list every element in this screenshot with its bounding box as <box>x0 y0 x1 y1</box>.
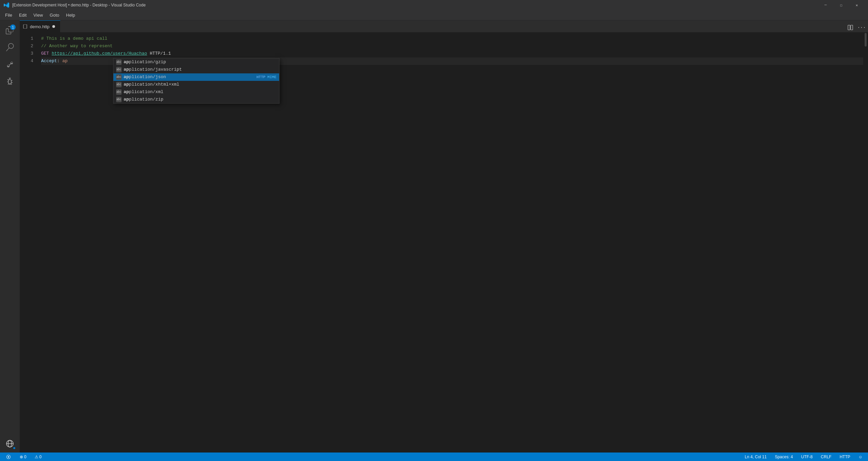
token-comment-2: // Another way to represent <box>41 42 113 50</box>
explorer-badge: 1 <box>10 24 16 30</box>
scrollbar-thumb[interactable] <box>865 33 867 47</box>
menu-view[interactable]: View <box>30 10 46 20</box>
ac-text-zip: application/zip <box>124 96 163 103</box>
menu-help[interactable]: Help <box>63 10 79 20</box>
ac-item-xml[interactable]: abc application/xml <box>113 88 279 96</box>
error-icon: ⊗ <box>20 455 23 459</box>
tab-actions: ··· <box>846 23 868 32</box>
svg-rect-5 <box>851 25 853 30</box>
activity-bar: 1 <box>0 20 20 453</box>
token-header-val: ap <box>62 57 68 65</box>
menu-file[interactable]: File <box>2 10 16 20</box>
editor-content: 1 2 3 4 # This is a demo api call // Ano… <box>20 32 868 453</box>
token-header-key: Accept <box>41 57 57 65</box>
remote-badge <box>13 446 16 450</box>
warning-icon: ⚠ <box>35 455 38 459</box>
ac-icon-javascript: abc <box>116 67 122 72</box>
more-actions-button[interactable]: ··· <box>857 23 866 32</box>
split-editor-button[interactable] <box>846 23 855 32</box>
ac-item-xhtml[interactable]: abc application/xhtml+xml <box>113 81 279 88</box>
code-area[interactable]: # This is a demo api call // Another way… <box>38 32 863 453</box>
ac-item-json[interactable]: abc application/json HTTP MIME <box>113 73 279 81</box>
status-feedback[interactable]: ☺ <box>856 454 865 460</box>
svg-point-6 <box>8 456 9 458</box>
line-number-2: 2 <box>20 42 33 50</box>
file-icon <box>23 24 27 29</box>
titlebar: [Extension Development Host] • demo.http… <box>0 0 868 10</box>
code-line-1: # This is a demo api call <box>41 35 863 42</box>
close-button[interactable]: ✕ <box>849 0 865 10</box>
editor-area: demo.http ··· 1 2 3 4 <box>20 20 868 453</box>
ac-item-zip[interactable]: abc application/zip <box>113 96 279 103</box>
status-position[interactable]: Ln 4, Col 11 <box>743 454 769 460</box>
scrollbar-area[interactable] <box>863 32 868 453</box>
status-errors[interactable]: ⊗ 0 <box>18 454 29 460</box>
status-right: Ln 4, Col 11 Spaces: 4 UTF-8 CRLF HTTP ☺ <box>743 454 865 460</box>
ac-label-http: HTTP <box>256 73 265 81</box>
ac-icon-xml: abc <box>116 89 122 95</box>
remote-icon <box>6 455 11 459</box>
tab-demo-http[interactable]: demo.http <box>20 20 60 32</box>
error-count: 0 <box>24 455 26 459</box>
token-protocol: HTTP/1.1 <box>147 50 171 57</box>
ac-icon-gzip: abc <box>116 59 122 65</box>
smiley-icon: ☺ <box>858 455 863 459</box>
minimize-button[interactable]: ─ <box>818 0 833 10</box>
code-line-2: // Another way to represent <box>41 42 863 50</box>
titlebar-controls: ─ ☐ ✕ <box>818 0 865 10</box>
line-number-1: 1 <box>20 35 33 42</box>
status-line-ending[interactable]: CRLF <box>819 454 833 460</box>
ac-icon-json: abc <box>116 74 122 80</box>
main-layout: 1 <box>0 20 868 453</box>
vscode-icon <box>3 2 10 8</box>
status-spaces[interactable]: Spaces: 4 <box>773 454 795 460</box>
titlebar-text: [Extension Development Host] • demo.http… <box>12 3 146 7</box>
activity-remote[interactable] <box>2 436 18 452</box>
status-encoding[interactable]: UTF-8 <box>799 454 815 460</box>
autocomplete-dropdown: abc application/gzip abc application/jav… <box>113 58 279 104</box>
tab-filename: demo.http <box>30 24 50 29</box>
ac-label-mime: MIME <box>268 73 276 81</box>
ac-text-javascript: application/javascript <box>124 66 182 73</box>
tab-modified-dot <box>52 25 55 28</box>
activity-search[interactable] <box>2 39 18 55</box>
token-colon: : <box>57 57 62 65</box>
token-method: GET <box>41 50 52 57</box>
activity-source-control[interactable] <box>2 56 18 72</box>
menu-edit[interactable]: Edit <box>16 10 30 20</box>
menubar: File Edit View Goto Help <box>0 10 868 20</box>
ac-icon-zip: abc <box>116 97 122 102</box>
status-remote[interactable] <box>3 453 14 461</box>
status-warnings[interactable]: ⚠ 0 <box>33 454 44 460</box>
line-number-3: 3 <box>20 50 33 57</box>
ac-item-javascript[interactable]: abc application/javascript <box>113 66 279 73</box>
activity-explorer[interactable]: 1 <box>2 22 18 38</box>
token-comment-1: # This is a demo api call <box>41 35 107 42</box>
warning-count: 0 <box>39 455 42 459</box>
svg-rect-3 <box>23 24 27 29</box>
ac-text-xhtml: application/xhtml+xml <box>124 81 179 88</box>
tab-bar: demo.http ··· <box>20 20 868 32</box>
status-language[interactable]: HTTP <box>837 454 852 460</box>
ac-text-gzip: application/gzip <box>124 58 166 66</box>
line-numbers: 1 2 3 4 <box>20 32 38 453</box>
ac-item-gzip[interactable]: abc application/gzip <box>113 58 279 66</box>
ac-text-json: application/json <box>124 73 166 81</box>
menu-goto[interactable]: Goto <box>46 10 62 20</box>
status-bar: ⊗ 0 ⚠ 0 Ln 4, Col 11 Spaces: 4 UTF-8 CRL… <box>0 453 868 461</box>
status-left: ⊗ 0 ⚠ 0 <box>3 453 43 461</box>
ac-text-xml: application/xml <box>124 88 163 96</box>
ac-icon-xhtml: abc <box>116 82 122 87</box>
code-line-3: GET https://api.github.com/users/Huachao… <box>41 50 863 57</box>
token-url: https://api.github.com/users/Huachao <box>52 50 147 57</box>
svg-rect-4 <box>848 25 850 30</box>
maximize-button[interactable]: ☐ <box>833 0 849 10</box>
line-number-4: 4 <box>20 57 33 65</box>
activity-debug[interactable] <box>2 73 18 89</box>
